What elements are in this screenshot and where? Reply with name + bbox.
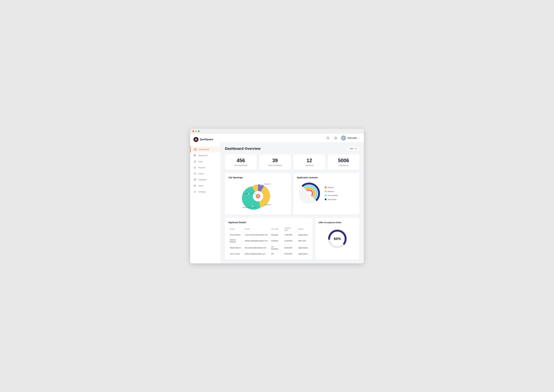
col-status: Status: [296, 226, 309, 232]
logo-icon: [194, 137, 198, 142]
cell-email-3: debra.holt@example.com: [243, 251, 269, 256]
applicants-received-title: Applicants recieved: [297, 176, 356, 179]
applicants-icon: [194, 154, 196, 157]
calander-icon: [194, 178, 196, 181]
sidebar-label-tasks: Tasks: [198, 184, 203, 187]
col-name: Name: [228, 226, 243, 232]
svg-rect-9: [194, 156, 195, 156]
minimize-button[interactable]: [195, 130, 197, 132]
cell-job-0: Manager: [269, 232, 283, 237]
table-row: Jane Cooper debra.holt@example.com HR 8/…: [228, 251, 309, 256]
sidebar-item-leave[interactable]: Leave: [190, 171, 220, 177]
sidebar-label-calander: Calander: [198, 178, 207, 181]
cell-job-1: Fullstack: [269, 237, 283, 244]
legend-item-referral: Referral: [325, 190, 338, 192]
legend-label-website: website: [328, 186, 334, 189]
sidebar-item-jobs[interactable]: Jobs: [190, 159, 220, 165]
svg-point-16: [194, 191, 195, 192]
cell-status-3: Applications: [296, 251, 309, 256]
cell-name-3: Jane Cooper: [228, 251, 243, 256]
cell-status-1: offer Sent: [296, 237, 309, 244]
table-header-row: Name Email Job Title Applied date Status: [228, 226, 309, 232]
chevron-down-icon: ▾: [359, 137, 360, 139]
legend-label-social: Social Media: [328, 194, 338, 196]
legend: website Referral Social Media: [325, 186, 338, 201]
dashboard-icon: [194, 148, 197, 151]
search-button[interactable]: [325, 135, 331, 140]
page-header: Dashboard Overview Filter: [225, 146, 360, 151]
notification-button[interactable]: [333, 135, 338, 140]
sidebar-item-settings[interactable]: Settings: [190, 189, 220, 195]
legend-color-referral: [325, 190, 326, 192]
header-actions: JP John peter ▾: [325, 135, 360, 140]
stat-number-2: 12: [297, 158, 322, 163]
user-name: John peter: [347, 137, 357, 139]
cell-status-0: Applications: [296, 232, 309, 237]
page-title: Dashboard Overview: [225, 147, 261, 151]
svg-rect-7: [194, 154, 196, 155]
svg-rect-6: [195, 150, 196, 150]
svg-point-15: [194, 185, 195, 186]
sidebar-item-applicants[interactable]: Applicants: [190, 152, 220, 159]
job-openings-card: Job Openings: [225, 173, 291, 215]
svg-rect-13: [194, 179, 196, 181]
bell-icon: [335, 137, 337, 139]
maximize-button[interactable]: [198, 130, 200, 132]
pie-label-design: Design (5): [264, 183, 271, 185]
stat-label-3: Employees: [331, 164, 356, 167]
sidebar-label-leave: Leave: [198, 172, 204, 175]
filter-button[interactable]: Filter: [347, 146, 360, 151]
cell-email-0: curtis.weaver@example.com: [243, 232, 269, 237]
table-row: Dianne Russell debbie.baker@example.com …: [228, 237, 309, 244]
cell-date-0: 1/28/2020: [283, 232, 296, 237]
pie-chart-svg: Design (5) Development ( 12) Sales(25) M…: [240, 181, 276, 211]
stat-label-2: Interviews: [297, 164, 322, 167]
stat-number-0: 456: [228, 158, 253, 163]
sidebar-label-dashboard: Dashboard: [199, 148, 209, 150]
header: JP John peter ▾: [221, 134, 364, 142]
stat-number-3: 5006: [331, 158, 356, 163]
cell-name-0: Jenny Wilson: [228, 232, 243, 237]
table-body: Jenny Wilson curtis.weaver@example.com M…: [228, 232, 309, 256]
svg-point-25: [252, 206, 253, 207]
avatar: JP: [341, 135, 346, 140]
stat-label-1: Hired candidates: [263, 164, 288, 167]
center-dot: [258, 196, 258, 196]
logo-area: QooSquare: [190, 137, 220, 146]
legend-color-social: [325, 195, 326, 196]
cell-name-1: Dianne Russell: [228, 237, 243, 244]
svg-point-24: [265, 203, 266, 204]
legend-item-social: Social Media: [325, 194, 338, 196]
sidebar-label-jobs: Jobs: [198, 160, 202, 163]
sidebar-item-dashboard[interactable]: Dashboard: [190, 146, 220, 152]
pie-label-marketing: Marketing & sales (16): [243, 207, 257, 208]
stats-row: 456 Total Applicants 39 Hired candidates…: [225, 154, 360, 170]
cell-status-2: Applications: [296, 244, 309, 251]
charts-row: Job Openings: [225, 173, 360, 215]
filter-label: Filter: [350, 147, 354, 150]
user-menu[interactable]: JP John peter ▾: [341, 135, 360, 140]
offer-acceptance-title: Offer Acceptance Ratio: [319, 221, 341, 224]
close-button[interactable]: [192, 130, 194, 132]
legend-color-jobboards: [325, 199, 326, 200]
main-content: Dashboard Overview Filter 456 Total Appl…: [221, 142, 364, 263]
cell-job-3: HR: [269, 251, 283, 256]
settings-icon: [194, 190, 196, 193]
legend-item-jobboards: Job boards: [325, 198, 338, 201]
table-row: Wade Warren bill.sanders@example.com UX …: [228, 244, 309, 251]
stat-card-interviews: 12 Interviews: [293, 154, 325, 170]
legend-label-jobboards: Job boards: [328, 198, 336, 201]
table-header: Name Email Job Title Applied date Status: [228, 226, 309, 232]
stat-label-0: Total Applicants: [228, 164, 253, 167]
sidebar-item-reports[interactable]: Reports: [190, 165, 220, 171]
stat-card-hired: 39 Hired candidates: [259, 154, 291, 170]
svg-rect-10: [194, 161, 196, 162]
tasks-icon: [194, 184, 196, 187]
legend-label-referral: Referral: [328, 190, 334, 192]
sidebar-label-applicants: Applicants: [198, 154, 208, 157]
sidebar-item-tasks[interactable]: Tasks: [190, 183, 220, 189]
sidebar-label-settings: Settings: [198, 190, 206, 193]
svg-point-23: [248, 193, 249, 194]
cell-date-2: 9/23/2020: [283, 244, 296, 251]
sidebar-item-calander[interactable]: Calander: [190, 177, 220, 183]
